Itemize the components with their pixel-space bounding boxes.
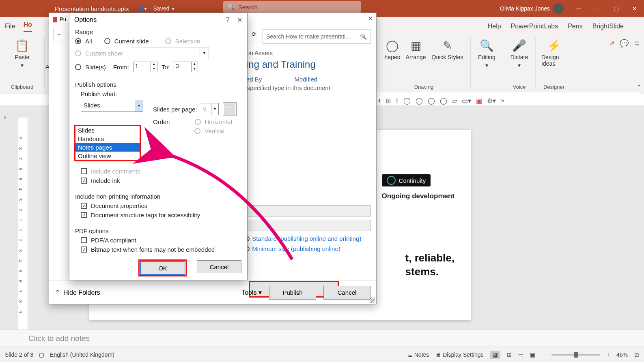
view-sorter-icon[interactable]: ⊞ bbox=[507, 351, 512, 358]
slide-subtitle: Ongoing development bbox=[382, 192, 454, 200]
paste-button[interactable]: 📋Paste▾ bbox=[15, 39, 30, 69]
to-spinner[interactable]: 3▲▼ bbox=[174, 62, 198, 72]
arrange-button[interactable]: ▦Arrange bbox=[406, 39, 426, 60]
display-settings[interactable]: 🖥 Display Settings bbox=[435, 351, 483, 358]
publish-what-combo[interactable]: Slides▾ bbox=[81, 100, 143, 112]
ribbon-display-icon[interactable]: ▭ bbox=[569, 0, 588, 17]
qat-icon[interactable]: ◯ bbox=[440, 97, 447, 105]
language-status[interactable]: English (United Kingdom) bbox=[50, 351, 114, 358]
range-all-radio[interactable] bbox=[75, 38, 81, 44]
view-reading-icon[interactable]: ▭ bbox=[518, 351, 523, 358]
publish-options-label: Publish options bbox=[75, 81, 241, 88]
breadcrumb-tail: cCarbon Assets bbox=[230, 49, 370, 56]
tab-help[interactable]: Help bbox=[488, 23, 501, 30]
range-slides-radio[interactable] bbox=[75, 64, 81, 70]
group-voice-label: Voice bbox=[513, 84, 526, 90]
powerpoint-icon: ▇ bbox=[53, 16, 57, 22]
dropdown-item-handouts[interactable]: Handouts bbox=[75, 135, 140, 143]
zoom-in-icon[interactable]: + bbox=[607, 351, 610, 358]
opt-standard-radio[interactable]: Standard (publishing online and printing… bbox=[244, 235, 361, 242]
close-icon[interactable]: ✕ bbox=[625, 0, 644, 17]
doc-tags-check[interactable]: ✓ bbox=[81, 212, 87, 218]
quick-styles-button[interactable]: ✎Quick Styles bbox=[432, 39, 463, 60]
zoom-level[interactable]: 46% bbox=[616, 351, 628, 358]
slide-badge: Continuity bbox=[382, 174, 431, 186]
col-modified[interactable]: Modified bbox=[294, 76, 317, 83]
range-custom-radio bbox=[75, 50, 81, 56]
tab-file[interactable]: File bbox=[5, 23, 15, 30]
opt-minsize-radio[interactable]: Minimum size (publishing online) bbox=[244, 245, 361, 252]
minimize-icon[interactable]: — bbox=[588, 0, 607, 17]
qat-icon[interactable]: ▱ bbox=[452, 97, 457, 105]
options-dialog: Options ? ✕ Range All Current slide Sele… bbox=[69, 13, 248, 280]
slide-text-1: t, reliable, bbox=[405, 251, 454, 265]
view-normal-icon[interactable]: ▦ bbox=[490, 351, 500, 359]
comments-icon[interactable]: 💬 bbox=[620, 39, 629, 48]
qat-icon[interactable]: ⊞ bbox=[386, 97, 391, 105]
qat-icon[interactable]: ◯ bbox=[403, 97, 411, 105]
help-icon[interactable]: ? bbox=[226, 16, 230, 24]
smiley-icon[interactable]: ☺ bbox=[633, 39, 641, 48]
zoom-slider[interactable] bbox=[551, 354, 600, 356]
chevron-up-icon[interactable]: ⌃ bbox=[55, 289, 60, 296]
publish-close-icon[interactable]: ✕ bbox=[368, 15, 373, 22]
doc-props-check[interactable]: ✓ bbox=[81, 203, 87, 209]
design-ideas-button[interactable]: ⚡Design Ideas bbox=[541, 39, 566, 67]
qat-icon[interactable]: ⫞ bbox=[377, 97, 381, 104]
share-icon[interactable]: ↗ bbox=[609, 39, 615, 48]
empty-msg: of the specified type in this document bbox=[230, 84, 370, 91]
dropdown-item-outline[interactable]: Outline view bbox=[75, 152, 140, 160]
search-icon: 🔍 bbox=[360, 33, 367, 40]
slide-counter[interactable]: Slide 2 of 3 bbox=[5, 351, 33, 358]
qat-icon[interactable]: ▣ bbox=[476, 97, 482, 105]
view-slideshow-icon[interactable]: ▣ bbox=[530, 351, 535, 358]
publish-what-dropdown[interactable]: Slides Handouts Notes pages Outline view bbox=[75, 126, 140, 161]
tools-menu[interactable]: Tools ▾ bbox=[241, 289, 262, 296]
dropdown-item-notes-pages[interactable]: Notes pages bbox=[75, 143, 140, 152]
qat-icon[interactable]: ⦀ bbox=[396, 97, 398, 104]
order-horizontal-radio bbox=[195, 119, 201, 125]
ok-button[interactable]: OK bbox=[140, 261, 185, 274]
qat-overflow-icon[interactable]: » bbox=[501, 97, 504, 104]
zoom-out-icon[interactable]: − bbox=[542, 351, 545, 358]
editing-button[interactable]: 🔍Editing▾ bbox=[478, 39, 495, 69]
user-avatar-icon[interactable] bbox=[553, 3, 564, 14]
hide-folders[interactable]: Hide Folders bbox=[63, 289, 100, 296]
search-box[interactable]: 🔍 Search bbox=[223, 1, 361, 13]
notes-toggle[interactable]: ≣ Notes bbox=[408, 351, 429, 358]
publish-cancel-button[interactable]: Cancel bbox=[323, 286, 370, 300]
save-status[interactable]: 👤▾ · Saved ▾ bbox=[137, 5, 175, 12]
qat-icon[interactable]: ⚙▾ bbox=[487, 97, 496, 105]
qat-icon[interactable]: ◯ bbox=[428, 97, 435, 105]
shapes-button[interactable]: ◯hapes bbox=[385, 39, 400, 60]
maximize-icon[interactable]: ▢ bbox=[607, 0, 625, 17]
dictate-button[interactable]: 🎤Dictate▾ bbox=[510, 39, 528, 69]
publish-search[interactable]: Search How to make presentati... 🔍 bbox=[263, 29, 370, 44]
slide-text-2: stems. bbox=[405, 265, 454, 279]
tab-powerpointlabs[interactable]: PowerPointLabs bbox=[511, 23, 558, 30]
qat-icon[interactable]: ▭▾ bbox=[462, 97, 471, 105]
resize-grip-icon[interactable] bbox=[370, 298, 375, 303]
dropdown-item-slides[interactable]: Slides bbox=[75, 126, 140, 135]
pdfa-check[interactable] bbox=[81, 237, 87, 243]
refresh-icon[interactable]: ⟳ bbox=[252, 31, 256, 37]
nonprint-label: Include non-printing information bbox=[75, 193, 241, 200]
thumbnails-expand-icon[interactable]: › bbox=[4, 114, 6, 121]
fit-window-icon[interactable]: ⊡ bbox=[634, 351, 639, 358]
tab-pens[interactable]: Pens bbox=[568, 23, 582, 30]
range-current-radio[interactable] bbox=[104, 38, 110, 44]
nav-back-icon[interactable]: ← bbox=[57, 31, 62, 37]
from-spinner[interactable]: 1▲▼ bbox=[133, 62, 157, 72]
bitmap-check[interactable]: ✓ bbox=[81, 246, 87, 253]
options-cancel-button[interactable]: Cancel bbox=[197, 260, 241, 273]
tab-home[interactable]: Ho bbox=[24, 21, 32, 32]
user-name[interactable]: Olivia Kippax Jones bbox=[500, 5, 550, 12]
notes-pane[interactable]: Click to add notes bbox=[0, 330, 644, 347]
accessibility-icon[interactable]: ▢ bbox=[39, 351, 44, 358]
include-ink-check[interactable]: ✓ bbox=[81, 178, 87, 184]
options-close-icon[interactable]: ✕ bbox=[237, 16, 242, 24]
ribbon-collapse-icon[interactable]: ⌃ bbox=[636, 84, 642, 91]
tab-brightslide[interactable]: BrightSlide bbox=[592, 23, 624, 30]
qat-icon[interactable]: ◯ bbox=[416, 97, 423, 105]
publish-button[interactable]: Publish bbox=[269, 286, 316, 300]
